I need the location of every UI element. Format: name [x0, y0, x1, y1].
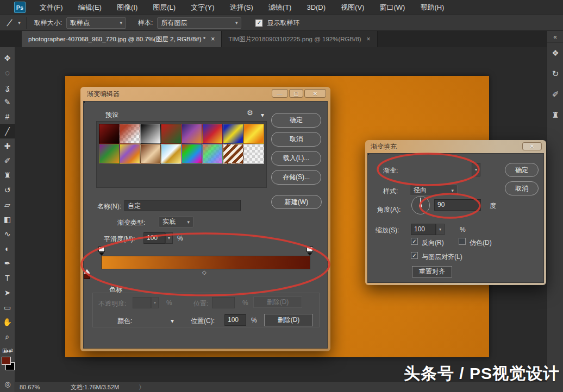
dither-checkbox[interactable]: [459, 238, 466, 245]
document-tab[interactable]: photographer-407068_960_720.jpg @ 80.7%(…: [22, 31, 222, 47]
cancel-button[interactable]: 取消: [505, 181, 539, 195]
gradient-preset-swatch[interactable]: [202, 124, 223, 144]
zoom-level[interactable]: 80.67%: [20, 384, 58, 390]
save-button[interactable]: 存储(S)...: [271, 170, 321, 185]
gradient-tool[interactable]: ◧: [0, 212, 15, 226]
close-button[interactable]: ✕: [522, 142, 542, 150]
menu-item[interactable]: 文件(F): [32, 0, 71, 15]
gradient-preset-swatch[interactable]: [161, 124, 182, 144]
gradient-picker-button[interactable]: ▾: [472, 163, 480, 176]
scale-field[interactable]: 100: [411, 224, 436, 235]
crop-tool[interactable]: #: [0, 109, 15, 124]
quick-mask-button[interactable]: ◎: [0, 377, 15, 390]
cancel-button[interactable]: 取消: [271, 132, 321, 147]
pen-tool[interactable]: ✒: [0, 256, 15, 270]
new-button[interactable]: 新建(W): [271, 195, 322, 209]
gradient-preset-swatch[interactable]: [223, 144, 243, 164]
quick-select-tool[interactable]: ✎: [0, 94, 15, 109]
current-tool-preset[interactable]: ╱ ▾: [8, 17, 27, 29]
stop-color-swatch[interactable]: [84, 102, 85, 103]
scale-stepper[interactable]: ▾: [436, 224, 445, 235]
midpoint-diamond-icon[interactable]: ◇: [202, 269, 207, 275]
hand-tool[interactable]: ✋: [0, 314, 15, 329]
menu-item[interactable]: 编辑(E): [71, 0, 109, 15]
eyedropper-tool[interactable]: ╱: [0, 124, 15, 138]
close-icon[interactable]: ×: [211, 35, 215, 43]
gradient-preset-swatch[interactable]: [161, 144, 182, 164]
zoom-tool[interactable]: ⌕: [0, 329, 15, 344]
maximize-button[interactable]: ▢: [289, 89, 303, 98]
style-select[interactable]: 径向 ▾: [410, 185, 458, 196]
gradient-fill-preview[interactable]: [368, 154, 369, 155]
align-checkbox[interactable]: ✓: [411, 252, 418, 259]
menu-item[interactable]: 3D(D): [299, 0, 333, 15]
angle-dial[interactable]: [411, 196, 430, 214]
panel-libraries[interactable]: ❖: [547, 43, 563, 64]
eraser-tool[interactable]: ▱: [0, 197, 15, 212]
opacity-stop-right[interactable]: [306, 246, 313, 252]
panel-clone-source[interactable]: ♜: [547, 105, 563, 125]
color-position-field[interactable]: 100: [224, 314, 246, 326]
show-ring-checkbox[interactable]: ✓: [255, 20, 262, 27]
gradient-type-select[interactable]: 实底 ▾: [159, 216, 193, 227]
ok-button[interactable]: 确定: [271, 113, 321, 128]
gradient-preset-swatch[interactable]: [243, 144, 264, 164]
menu-item[interactable]: 选择(S): [222, 0, 260, 15]
load-button[interactable]: 载入(L)...: [271, 151, 321, 166]
menu-item[interactable]: 视图(V): [333, 0, 372, 15]
gradient-preset-swatch[interactable]: [120, 124, 140, 144]
gradient-preset-swatch[interactable]: [223, 124, 243, 144]
status-chevron-icon[interactable]: 〉: [139, 383, 145, 391]
angle-field[interactable]: 90: [434, 199, 481, 211]
gradient-preset-swatch[interactable]: [140, 144, 161, 164]
healing-brush-tool[interactable]: ✚: [0, 138, 15, 153]
menu-item[interactable]: 图像(I): [109, 0, 145, 15]
panel-history[interactable]: ↻: [547, 64, 563, 84]
default-colors-icon[interactable]: ◳: [2, 347, 7, 353]
smudge-tool[interactable]: ∿: [0, 226, 15, 241]
gradient-preset-swatch[interactable]: [202, 144, 223, 164]
smoothness-field[interactable]: 100: [143, 232, 165, 244]
foreground-color-swatch[interactable]: [2, 357, 11, 365]
menu-item[interactable]: 窗口(W): [372, 0, 412, 15]
gradient-preset-swatch[interactable]: [140, 124, 161, 144]
smoothness-stepper[interactable]: ▾: [165, 232, 173, 244]
reverse-checkbox[interactable]: ✓: [411, 238, 418, 245]
close-icon[interactable]: ×: [367, 35, 371, 43]
sample-size-select[interactable]: 取样点 ▾: [66, 17, 126, 29]
marquee-tool[interactable]: ◌: [0, 65, 15, 80]
ok-button[interactable]: 确定: [505, 163, 539, 177]
delete-color-button[interactable]: 删除(D): [264, 314, 313, 326]
reset-align-button[interactable]: 重置对齐: [412, 266, 452, 277]
opacity-stop-left[interactable]: [98, 246, 105, 252]
name-field[interactable]: 自定: [124, 200, 241, 211]
menu-item[interactable]: 图层(L): [145, 0, 183, 15]
swap-colors-icon[interactable]: ⇄: [9, 347, 13, 353]
gradient-preset-swatch[interactable]: [99, 144, 120, 164]
panel-brush-settings[interactable]: ✐: [547, 84, 563, 105]
shape-tool[interactable]: ▭: [0, 300, 15, 314]
color-stop-right[interactable]: [84, 273, 90, 279]
dodge-tool[interactable]: ◐: [0, 241, 15, 256]
collapse-panels-button[interactable]: «: [547, 31, 563, 43]
gradient-preset-swatch[interactable]: [243, 124, 264, 144]
brush-tool[interactable]: ✐: [0, 153, 15, 168]
gear-icon[interactable]: ⚙: [247, 109, 253, 117]
gradient-preset-swatch[interactable]: [99, 124, 120, 144]
lasso-tool[interactable]: ʓ: [0, 80, 15, 94]
history-brush-tool[interactable]: ↺: [0, 182, 15, 197]
gradient-preset-swatch[interactable]: [182, 124, 202, 144]
menu-item[interactable]: 帮助(H): [412, 0, 452, 15]
move-tool[interactable]: ✥: [0, 50, 15, 65]
menu-item[interactable]: 滤镜(T): [261, 0, 299, 15]
clone-stamp-tool[interactable]: ♜: [0, 168, 15, 182]
document-tab[interactable]: TIM图片20180903102225.png @ 192%(RGB/8) ×: [222, 31, 377, 47]
menu-item[interactable]: 文字(Y): [183, 0, 222, 15]
type-tool[interactable]: T: [0, 270, 15, 285]
close-button[interactable]: ✕: [304, 89, 326, 98]
gradient-preset-swatch[interactable]: [120, 144, 140, 164]
sample-layers-select[interactable]: 所有图层 ▾: [157, 17, 241, 29]
gradient-preset-swatch[interactable]: [182, 144, 202, 164]
gradient-preview-bar[interactable]: [101, 256, 310, 269]
minimize-button[interactable]: —: [272, 89, 288, 98]
